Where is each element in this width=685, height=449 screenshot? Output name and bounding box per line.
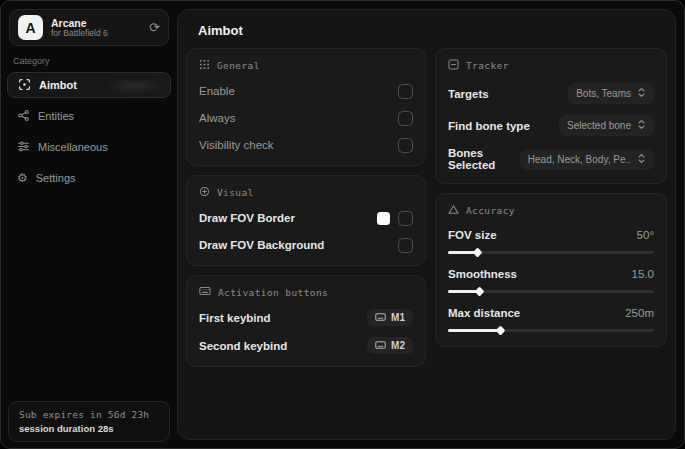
slider-thumb[interactable] bbox=[474, 287, 484, 297]
visual-icon bbox=[199, 186, 210, 199]
brand-logo: A bbox=[18, 15, 43, 40]
sidebar-item-label: Entities bbox=[38, 110, 74, 122]
grid-icon bbox=[199, 59, 210, 72]
keyboard-icon bbox=[375, 340, 386, 351]
setting-row: Draw FOV Background bbox=[199, 237, 413, 253]
setting-label: Smoothness bbox=[448, 268, 517, 280]
visibility-check-checkbox[interactable] bbox=[398, 138, 413, 153]
setting-row: Targets Bots, Teams bbox=[448, 83, 654, 104]
refresh-icon[interactable]: ⟳ bbox=[149, 21, 160, 34]
keybind-value: M1 bbox=[391, 312, 405, 323]
chevron-up-down-icon bbox=[637, 119, 646, 132]
setting-label: Find bone type bbox=[448, 120, 530, 132]
smoothness-slider[interactable] bbox=[448, 288, 654, 295]
keyboard-icon bbox=[375, 312, 386, 323]
setting-row: Draw FOV Border bbox=[199, 210, 413, 226]
slider-thumb[interactable] bbox=[472, 248, 482, 258]
sub-expiry-text: Sub expires in 56d 23h bbox=[19, 409, 159, 420]
page-title: Aimbot bbox=[178, 10, 675, 48]
fov-border-color-swatch[interactable] bbox=[377, 212, 390, 225]
entities-icon bbox=[17, 109, 30, 124]
gear-icon: ⚙ bbox=[17, 172, 28, 184]
fov-size-slider[interactable] bbox=[448, 249, 654, 256]
keybind-value: M2 bbox=[391, 340, 405, 351]
setting-row: Bones Selected Head, Neck, Body, Pe.. bbox=[448, 147, 654, 171]
select-value: Bots, Teams bbox=[576, 88, 631, 99]
sidebar-item-label: Miscellaneous bbox=[38, 141, 108, 153]
always-checkbox[interactable] bbox=[398, 111, 413, 126]
setting-label: Second keybind bbox=[199, 340, 287, 352]
slider-value: 50° bbox=[637, 229, 654, 241]
accuracy-card: Accuracy FOV size 50° bbox=[435, 193, 667, 347]
targets-select[interactable]: Bots, Teams bbox=[568, 83, 654, 104]
category-label: Category bbox=[13, 56, 165, 66]
draw-fov-border-checkbox[interactable] bbox=[398, 211, 413, 226]
setting-row: Enable bbox=[199, 83, 413, 99]
brand-card: A Arcane for Battlefield 6 ⟳ bbox=[9, 9, 169, 46]
card-title: General bbox=[217, 60, 260, 71]
setting-label: Enable bbox=[199, 85, 235, 97]
setting-row: First keybind M1 bbox=[199, 309, 413, 326]
sidebar-item-entities[interactable]: Entities bbox=[7, 103, 171, 129]
select-value: Head, Neck, Body, Pe.. bbox=[528, 154, 631, 165]
setting-label: First keybind bbox=[199, 312, 271, 324]
setting-label: Bones Selected bbox=[448, 147, 520, 171]
sidebar-item-aimbot[interactable]: Aimbot bbox=[7, 72, 171, 98]
setting-label: Max distance bbox=[448, 307, 520, 319]
setting-label: Draw FOV Background bbox=[199, 239, 324, 251]
card-title: Tracker bbox=[466, 60, 509, 71]
sliders-icon bbox=[17, 140, 30, 155]
chevron-up-down-icon bbox=[637, 87, 646, 100]
sidebar: A Arcane for Battlefield 6 ⟳ Category Ai… bbox=[1, 1, 177, 448]
draw-fov-background-checkbox[interactable] bbox=[398, 238, 413, 253]
setting-label: Draw FOV Border bbox=[199, 212, 295, 224]
keyboard-icon bbox=[199, 286, 211, 298]
setting-row: Find bone type Selected bone bbox=[448, 115, 654, 136]
first-keybind-button[interactable]: M1 bbox=[367, 309, 413, 326]
slider-thumb[interactable] bbox=[495, 326, 505, 336]
setting-label: Visibility check bbox=[199, 139, 274, 151]
sidebar-item-settings[interactable]: ⚙ Settings bbox=[7, 165, 171, 191]
chevron-up-down-icon bbox=[637, 153, 646, 166]
sidebar-item-label: Aimbot bbox=[39, 79, 77, 91]
bones-selected-select[interactable]: Head, Neck, Body, Pe.. bbox=[520, 149, 654, 170]
triangle-icon bbox=[448, 204, 459, 217]
tracker-card: Tracker Targets Bots, Teams bbox=[435, 48, 667, 184]
setting-row: FOV size 50° bbox=[448, 229, 654, 256]
card-title: Visual bbox=[217, 187, 254, 198]
setting-label: Targets bbox=[448, 88, 489, 100]
sidebar-item-label: Settings bbox=[36, 172, 76, 184]
slider-value: 250m bbox=[625, 307, 654, 319]
brand-subtitle: for Battlefield 6 bbox=[51, 29, 141, 39]
brand-name: Arcane bbox=[51, 17, 141, 29]
setting-row: Max distance 250m bbox=[448, 307, 654, 334]
find-bone-type-select[interactable]: Selected bone bbox=[559, 115, 654, 136]
visual-card: Visual Draw FOV Border Draw FOV Backgrou… bbox=[186, 175, 426, 266]
card-title: Activation buttons bbox=[218, 287, 328, 298]
general-card: General Enable Always Visibility check bbox=[186, 48, 426, 166]
subscription-card: Sub expires in 56d 23h session duration … bbox=[8, 401, 170, 442]
activation-buttons-card: Activation buttons First keybind M1 bbox=[186, 275, 426, 367]
card-title: Accuracy bbox=[466, 205, 515, 216]
main-panel: Aimbot General bbox=[177, 9, 676, 440]
select-value: Selected bone bbox=[567, 120, 631, 131]
setting-label: Always bbox=[199, 112, 235, 124]
enable-checkbox[interactable] bbox=[398, 84, 413, 99]
arcane-window: A Arcane for Battlefield 6 ⟳ Category Ai… bbox=[0, 0, 685, 449]
setting-row: Smoothness 15.0 bbox=[448, 268, 654, 295]
max-distance-slider[interactable] bbox=[448, 327, 654, 334]
setting-row: Visibility check bbox=[199, 137, 413, 153]
minus-square-icon bbox=[448, 59, 459, 72]
setting-row: Second keybind M2 bbox=[199, 337, 413, 354]
setting-label: FOV size bbox=[448, 229, 497, 241]
session-duration-text: session duration 28s bbox=[19, 423, 159, 434]
slider-value: 15.0 bbox=[632, 268, 654, 280]
setting-row: Always bbox=[199, 110, 413, 126]
sidebar-item-miscellaneous[interactable]: Miscellaneous bbox=[7, 134, 171, 160]
second-keybind-button[interactable]: M2 bbox=[367, 337, 413, 354]
crosshair-icon bbox=[18, 78, 31, 93]
